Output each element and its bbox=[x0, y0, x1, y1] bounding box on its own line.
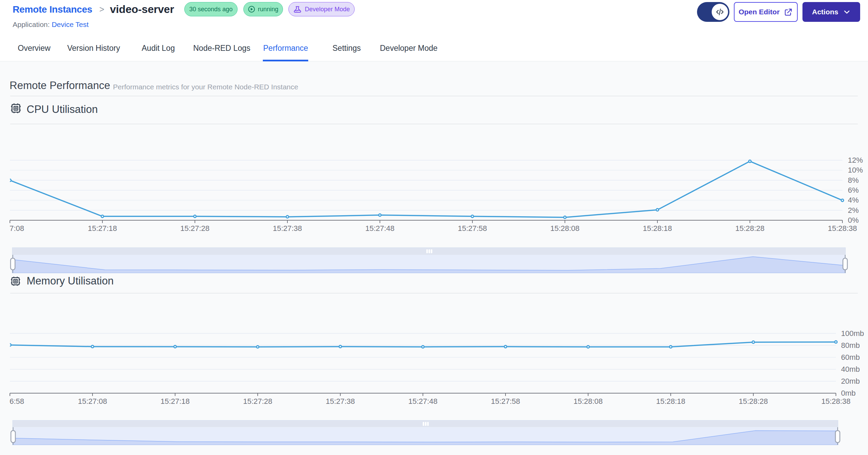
svg-text:7:08: 7:08 bbox=[10, 224, 24, 233]
svg-text:15:28:38: 15:28:38 bbox=[821, 397, 851, 406]
svg-text:15:27:58: 15:27:58 bbox=[458, 224, 487, 233]
svg-text:6:58: 6:58 bbox=[10, 397, 24, 406]
svg-text:15:27:18: 15:27:18 bbox=[88, 224, 117, 233]
svg-text:2%: 2% bbox=[848, 206, 859, 215]
svg-text:15:28:38: 15:28:38 bbox=[828, 224, 857, 233]
svg-text:15:27:48: 15:27:48 bbox=[365, 224, 395, 233]
svg-text:15:28:18: 15:28:18 bbox=[656, 397, 685, 406]
svg-text:15:27:18: 15:27:18 bbox=[160, 397, 190, 406]
svg-text:15:28:28: 15:28:28 bbox=[735, 224, 765, 233]
svg-text:8%: 8% bbox=[848, 176, 859, 185]
svg-text:15:28:08: 15:28:08 bbox=[550, 224, 580, 233]
svg-text:20mb: 20mb bbox=[841, 377, 860, 385]
svg-text:12%: 12% bbox=[848, 156, 863, 164]
svg-text:4%: 4% bbox=[848, 196, 859, 204]
svg-text:15:27:08: 15:27:08 bbox=[78, 397, 107, 406]
svg-text:15:27:38: 15:27:38 bbox=[273, 224, 302, 233]
svg-text:15:28:18: 15:28:18 bbox=[643, 224, 672, 233]
svg-text:15:27:58: 15:27:58 bbox=[491, 397, 520, 406]
svg-text:15:27:28: 15:27:28 bbox=[243, 397, 272, 406]
svg-text:80mb: 80mb bbox=[841, 341, 860, 350]
svg-text:15:27:28: 15:27:28 bbox=[180, 224, 210, 233]
svg-text:15:27:48: 15:27:48 bbox=[408, 397, 438, 406]
svg-text:15:27:38: 15:27:38 bbox=[326, 397, 355, 406]
svg-text:100mb: 100mb bbox=[841, 329, 864, 338]
svg-text:60mb: 60mb bbox=[841, 353, 860, 362]
svg-text:6%: 6% bbox=[848, 186, 859, 194]
svg-text:10%: 10% bbox=[848, 166, 863, 174]
svg-text:15:28:28: 15:28:28 bbox=[739, 397, 768, 406]
svg-text:15:28:08: 15:28:08 bbox=[573, 397, 603, 406]
svg-text:0%: 0% bbox=[848, 216, 859, 224]
svg-text:0mb: 0mb bbox=[841, 389, 856, 397]
svg-text:40mb: 40mb bbox=[841, 365, 860, 373]
